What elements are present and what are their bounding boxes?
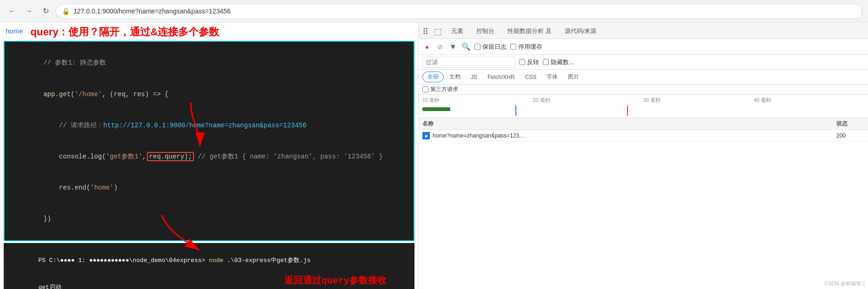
search-button[interactable]: 🔍: [461, 42, 471, 52]
timeline-red-line: [627, 105, 628, 116]
main-area: home query：使用？隔开，通过&连接多个参数 // 参数1: 静态参数 …: [0, 22, 868, 289]
left-panel: home query：使用？隔开，通过&连接多个参数 // 参数1: 静态参数 …: [0, 22, 419, 289]
code-editor: // 参数1: 静态参数 app.get('/home', (req, res)…: [4, 41, 414, 241]
code-line-1: app.get('/home', (req, res) => {: [12, 79, 406, 110]
nf-tab-fetch[interactable]: Fetch/XHR: [483, 73, 520, 81]
nf-tab-img[interactable]: 图片: [563, 72, 584, 82]
tab-sources[interactable]: 源代码/来源: [561, 25, 601, 38]
header-status: 状态: [836, 120, 864, 128]
refresh-button[interactable]: ↻: [39, 5, 52, 18]
address-bar[interactable]: 🔒 127.0.0.1:9000/home?name=zhangsan&pass…: [56, 4, 862, 19]
page-header: home query：使用？隔开，通过&连接多个参数: [0, 22, 418, 41]
timeline-label-4: 40 毫秒: [754, 97, 865, 104]
row-status: 200: [836, 132, 864, 139]
timeline-label-3: 30 毫秒: [643, 97, 754, 104]
timeline-bar-area: [422, 105, 864, 116]
disable-cache-checkbox[interactable]: [510, 44, 516, 50]
third-party-checkbox[interactable]: [422, 86, 428, 92]
preserve-log-label[interactable]: 保留日志: [474, 43, 507, 51]
nf-tab-doc[interactable]: 文档: [445, 72, 465, 82]
devtools-tabs: ⠿ ⬚ 元素 控制台 性能数据分析 及 源代码/来源: [419, 22, 868, 39]
back-button[interactable]: ←: [6, 5, 19, 18]
nf-tab-js[interactable]: JS: [466, 73, 482, 81]
tab-performance[interactable]: 性能数据分析 及: [504, 25, 555, 38]
timeline-green-bar: [422, 107, 450, 111]
terminal-area: PS C:\●●●● 1: ●●●●●●●●●●●\node_demo\04ex…: [4, 243, 414, 289]
third-party-label[interactable]: 第三方请求: [422, 85, 864, 93]
browser-chrome: ← → ↻ 🔒 127.0.0.1:9000/home?name=zhangsa…: [0, 0, 868, 22]
tab-console[interactable]: 控制台: [473, 25, 498, 38]
code-line-comment1: // 参数1: 静态参数: [12, 47, 406, 79]
terminal-annotation: 返回通过query参数接收: [284, 274, 387, 287]
forward-button[interactable]: →: [22, 5, 35, 18]
code-line-4: res.end('home'): [12, 172, 406, 204]
filter-button[interactable]: ▼: [448, 42, 458, 52]
invert-checkbox[interactable]: [519, 59, 525, 65]
request-table: 名称 状态 ■ home?name=zhangsan&pass=123... 2…: [419, 118, 868, 289]
nf-tab-all[interactable]: 全部: [422, 72, 444, 82]
timeline-area: 10 毫秒 20 毫秒 30 毫秒 40 毫秒: [419, 95, 868, 118]
third-party-row: 第三方请求: [419, 85, 868, 95]
invert-label[interactable]: 反转: [519, 58, 539, 66]
tab-elements[interactable]: 元素: [447, 25, 467, 38]
timeline-blue-line: [515, 105, 516, 116]
code-line-comment2: // 请求路径：http://127.0.0.1:9000/home?name=…: [12, 110, 406, 141]
watermark: CSDN @前端张三: [825, 280, 866, 287]
filter-input[interactable]: [422, 57, 515, 68]
table-header: 名称 状态: [419, 118, 868, 130]
nf-tab-font[interactable]: 字体: [542, 72, 562, 82]
timeline-label-2: 20 毫秒: [533, 97, 644, 104]
row-doc-icon: ■: [422, 132, 430, 139]
code-line-3: console.log('get参数1',req.query); // get参…: [12, 141, 406, 172]
timeline-labels: 10 毫秒 20 毫秒 30 毫秒 40 毫秒: [422, 97, 864, 105]
console-icon[interactable]: ⬚: [434, 26, 442, 37]
hide-data-checkbox[interactable]: [543, 59, 549, 65]
terminal-line-1: PS C:\●●●● 1: ●●●●●●●●●●●\node_demo\04ex…: [9, 247, 409, 274]
clear-button[interactable]: ⊘: [435, 42, 445, 52]
page-title: query：使用？隔开，通过&连接多个参数: [31, 25, 413, 39]
header-name: 名称: [422, 120, 836, 128]
network-toolbar: ● ⊘ ▼ 🔍 保留日志 停用缓存: [419, 39, 868, 55]
preserve-log-checkbox[interactable]: [474, 44, 481, 50]
timeline-label-1: 10 毫秒: [422, 97, 533, 104]
hide-data-label[interactable]: 隐藏数...: [543, 58, 574, 66]
table-row[interactable]: ■ home?name=zhangsan&pass=123... 200: [419, 130, 868, 142]
disable-cache-label[interactable]: 停用缓存: [510, 43, 542, 51]
home-link[interactable]: home: [6, 25, 23, 35]
filter-bar: 反转 隐藏数...: [419, 55, 868, 70]
devtools-panel: ⠿ ⬚ 元素 控制台 性能数据分析 及 源代码/来源 ● ⊘ ▼ 🔍 保留日志 …: [419, 22, 868, 289]
network-filter-tabs: 全部 文档 JS Fetch/XHR CSS 字体 图片: [419, 70, 868, 85]
lock-icon: 🔒: [62, 7, 70, 15]
elements-icon[interactable]: ⠿: [422, 26, 428, 37]
code-line-5: }): [12, 204, 406, 235]
nf-tab-css[interactable]: CSS: [521, 73, 541, 81]
record-button[interactable]: ●: [422, 42, 432, 52]
url-text: 127.0.0.1:9000/home?name=zhangsan&pass=1…: [73, 7, 231, 15]
row-name: home?name=zhangsan&pass=123...: [433, 132, 834, 139]
